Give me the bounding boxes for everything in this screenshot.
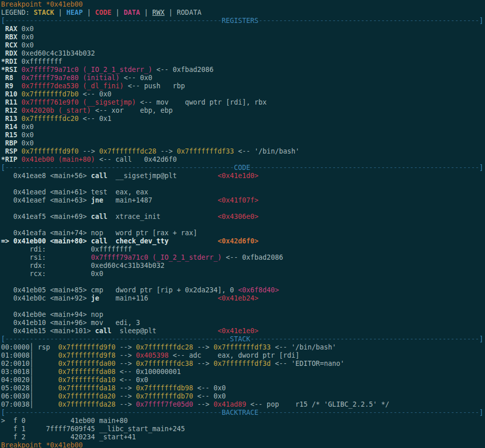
register-row: RDX 0xed60c4c31b34b032 <box>1 49 485 58</box>
stack-row: 02:0010│ 0x7fffffffda00 --> 0x7fffffffdc… <box>1 360 485 368</box>
divider-dashes: ----------------------------------------… <box>250 164 479 171</box>
register-row: RSP 0x7fffffffd9f0 --> 0x7fffffffdc28 --… <box>1 147 485 156</box>
divider-bracket: ] <box>479 409 483 416</box>
section-backtrace: [---------------------------------------… <box>1 409 485 441</box>
code-row: 0x41eafa <main+74> nop word ptr [rax + r… <box>1 229 485 237</box>
divider-label: STACK <box>230 335 250 343</box>
text-segment: 0x42020b (_start) <box>21 107 91 114</box>
text-segment: 0x41eafa <main+74> nop word ptr [rax + r… <box>1 229 197 237</box>
text-segment: 0x41eae8 <main+56> <box>1 172 91 180</box>
text-segment: 0x7fffffffdb98 <box>136 384 193 392</box>
code-row <box>1 303 485 311</box>
text-segment: R10 <box>1 90 21 98</box>
text-segment: 0x7fffffffda08 <box>58 368 115 376</box>
text-segment: 04:0020│ <box>1 376 58 384</box>
register-row: *RDI 0xffffffff <box>1 58 485 66</box>
divider-registers: [---------------------------------------… <box>1 17 485 25</box>
divider-dashes: ----------------------------------------… <box>258 409 479 416</box>
divider-label: REGISTERS <box>222 17 258 24</box>
section-footer: Breakpoint *0x41eb00 <box>1 441 485 448</box>
text-segment: RAX <box>1 25 21 33</box>
text-segment: 0x7fffffffdf33 <box>213 343 271 351</box>
text-segment: 01:0008│ <box>1 352 58 359</box>
backtrace-frame: f 1 7ffff7609f45 __libc_start_main+245 <box>1 425 485 433</box>
text-segment: R12 <box>1 107 21 114</box>
text-segment: --> <box>79 147 99 155</box>
text-segment: 0x0 <box>21 139 34 147</box>
divider-label: BACKTRACE <box>222 409 258 416</box>
text-segment: | <box>54 9 66 16</box>
divider-dashes: ----------------------------------------… <box>5 164 234 171</box>
text-segment: 0x7ffff761e9f0 (__sigsetjmp) <box>21 98 136 106</box>
register-row: RAX 0x0 <box>1 25 485 33</box>
text-segment: | <box>83 9 95 16</box>
text-segment: => 0x41eb00 <main+80> <box>1 237 91 245</box>
text-segment: --> <box>193 401 213 408</box>
text-segment: | <box>140 9 152 16</box>
terminal[interactable]: Breakpoint *0x41eb00LEGEND: STACK | HEAP… <box>0 0 485 448</box>
text-segment: 0x7ffff79a7e80 (initial) <box>21 74 119 82</box>
register-row: *RIP 0x41eb00 (main+80) <-- call 0x42d6f… <box>1 156 485 164</box>
section-header: Breakpoint *0x41eb00LEGEND: STACK | HEAP… <box>1 1 485 17</box>
text-segment: RWX <box>152 9 164 16</box>
text-segment: <-- 0x100000001 <box>115 368 181 376</box>
register-row: R14 0x0 <box>1 123 485 131</box>
divider-dashes: ----------------------------------------… <box>250 335 479 343</box>
divider-bracket: [ <box>1 409 5 416</box>
text-segment: 0x41eaed <main+61> test eax, eax <box>1 188 148 196</box>
text-segment: RSP <box>1 147 21 155</box>
text-segment: 0x7fffffffdb70 <box>136 392 193 400</box>
text-segment: <0x41e1e0> <box>217 327 258 335</box>
divider-backtrace: [---------------------------------------… <box>1 409 485 417</box>
divider-dashes: ----------------------------------------… <box>5 17 222 24</box>
text-segment: STACK <box>34 9 54 16</box>
text-segment: | <box>164 9 177 16</box>
stack-row: 00:0000│ rsp 0x7fffffffd9f0 --> 0x7fffff… <box>1 343 485 352</box>
text-segment: 0x41eb10 <main+96> mov edi, 3 <box>1 319 140 327</box>
text-segment: <-- call 0x42d6f0 <box>95 156 177 163</box>
text-segment: --> <box>115 401 136 408</box>
code-row <box>1 278 485 286</box>
text-segment: <-- push rbp <box>124 82 185 90</box>
code-row: 0x41eaef <main+63> jne main+1487 <0x41f0… <box>1 196 485 205</box>
text-segment: 0x7fffffffda28 <box>58 401 115 408</box>
code-row <box>1 205 485 213</box>
backtrace-frame: > f 0 41eb00 main+80 <box>1 417 485 425</box>
text-segment: 0x7fffffffdf3d <box>213 360 271 367</box>
stack-row: 03:0018│ 0x7fffffffda08 <-- 0x100000001 <box>1 368 485 376</box>
text-segment: LEGEND: <box>1 9 34 16</box>
text-segment: 0x7ffff7dea530 (_dl_fini) <box>21 82 124 90</box>
divider-code: [---------------------------------------… <box>1 164 485 172</box>
text-segment: f 2 420234 _start+41 <box>1 433 136 441</box>
register-row: R11 0x7ffff761e9f0 (__sigsetjmp) <-- mov… <box>1 98 485 107</box>
text-segment: 0x0 <box>21 41 34 49</box>
text-segment: 0x0 <box>21 123 34 131</box>
text-segment: Breakpoint *0x41eb00 <box>1 441 83 448</box>
text-segment: 0x7fffffffda00 <box>58 360 115 367</box>
text-segment: > f 0 41eb00 main+80 <box>1 417 128 425</box>
text-segment: 07:0038│ <box>1 401 58 408</box>
text-segment: 0x0 <box>21 25 34 33</box>
text-segment: 0x7fffffffd7b0 <box>21 90 79 98</box>
legend-line: LEGEND: STACK | HEAP | CODE | DATA | RWX… <box>1 9 485 17</box>
text-segment: main+116 <box>99 294 217 302</box>
text-segment: RBP <box>1 139 21 147</box>
text-segment: <-- 0xfbad2086 <box>222 254 283 261</box>
text-segment: R13 <box>1 115 21 122</box>
text-segment: rdi: 0xffffffff <box>1 245 132 253</box>
text-segment: <-- 0x1 <box>79 115 111 122</box>
text-segment: <-- 0x0 <box>79 90 111 98</box>
text-segment: *RIP <box>1 156 21 163</box>
text-segment: <-- '/bin/bash' <box>271 343 336 351</box>
text-segment: <0x41f07f> <box>217 196 258 204</box>
text-segment: 0x7fffffffdc20 <box>21 115 79 122</box>
register-row: RBP 0x0 <box>1 139 485 147</box>
text-segment: --> <box>115 343 136 351</box>
text-segment: RDX <box>1 49 21 57</box>
text-segment: --> <box>115 360 136 367</box>
section-stack: [---------------------------------------… <box>1 335 485 409</box>
text-segment: Breakpoint *0x41eb00 <box>1 1 83 8</box>
text-segment: DATA <box>124 9 140 16</box>
register-row: R13 0x7fffffffdc20 <-- 0x1 <box>1 115 485 123</box>
register-row: *RSI 0x7ffff79a71c0 (_IO_2_1_stderr_) <-… <box>1 66 485 74</box>
